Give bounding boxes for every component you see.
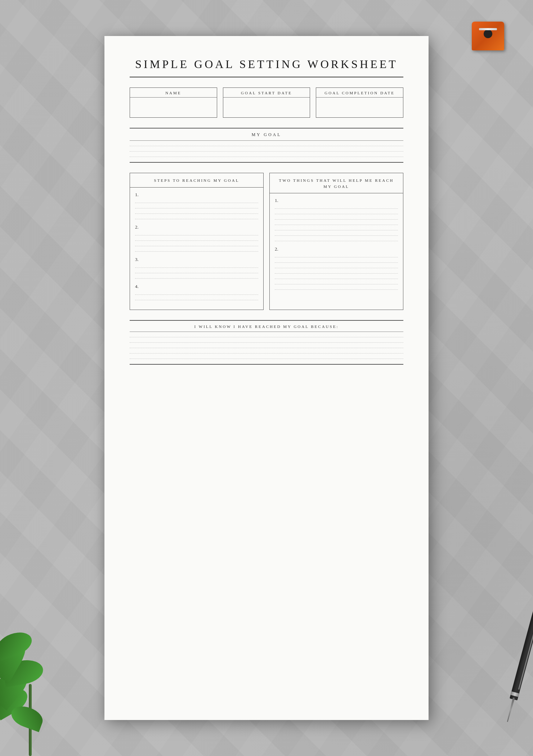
two-things-box: TWO THINGS THAT WILL HELP ME REACH MY GO… <box>269 173 403 310</box>
step-1-num: 1. <box>135 192 258 198</box>
sharpener-decoration <box>472 11 504 50</box>
info-boxes-row: NAME GOAL START DATE GOAL COMPLETION DAT… <box>130 87 403 118</box>
completion-date-field[interactable] <box>316 98 403 117</box>
goal-line-2 <box>130 151 403 152</box>
plant-decoration <box>0 612 79 756</box>
step-4-num: 4. <box>135 284 258 289</box>
thing-1: 1. <box>275 198 398 241</box>
steps-box: STEPS TO REACHING MY GOAL 1. 2. <box>130 173 264 310</box>
title-underline <box>130 77 403 77</box>
steps-header: STEPS TO REACHING MY GOAL <box>130 173 263 188</box>
goal-line-3 <box>130 157 403 157</box>
step-4: 4. <box>135 284 258 300</box>
thing-2-num: 2. <box>275 246 398 252</box>
start-date-field[interactable] <box>223 98 310 117</box>
name-box: NAME <box>130 87 217 118</box>
two-things-header: TWO THINGS THAT WILL HELP ME REACH MY GO… <box>270 173 403 193</box>
know-goal-label: I WILL KNOW I HAVE REACHED MY GOAL BECAU… <box>130 320 403 332</box>
step-1: 1. <box>135 192 258 219</box>
goal-line-1 <box>130 146 403 146</box>
goal-section-bottom-line <box>130 162 403 163</box>
two-things-content: 1. 2. <box>270 193 403 299</box>
step-3: 3. <box>135 257 258 279</box>
two-col-section: STEPS TO REACHING MY GOAL 1. 2. <box>130 173 403 310</box>
thing-1-num: 1. <box>275 198 398 203</box>
bottom-final-line <box>130 364 403 365</box>
completion-date-box: GOAL COMPLETION DATE <box>316 87 403 118</box>
name-label: NAME <box>130 88 217 98</box>
start-date-label: GOAL START DATE <box>223 88 310 98</box>
worksheet-paper: SIMPLE GOAL SETTING WORKSHEET NAME GOAL … <box>104 36 429 720</box>
pen-decoration <box>501 594 533 729</box>
step-3-num: 3. <box>135 257 258 262</box>
goal-lines <box>130 146 403 157</box>
know-goal-lines <box>130 337 403 359</box>
step-2: 2. <box>135 224 258 252</box>
steps-content: 1. 2. 3. <box>130 188 263 310</box>
start-date-box: GOAL START DATE <box>223 87 310 118</box>
my-goal-label: MY GOAL <box>130 128 403 141</box>
thing-2: 2. <box>275 246 398 290</box>
completion-date-label: GOAL COMPLETION DATE <box>316 88 403 98</box>
worksheet-title: SIMPLE GOAL SETTING WORKSHEET <box>130 58 403 71</box>
step-2-num: 2. <box>135 224 258 230</box>
name-field[interactable] <box>130 98 217 117</box>
